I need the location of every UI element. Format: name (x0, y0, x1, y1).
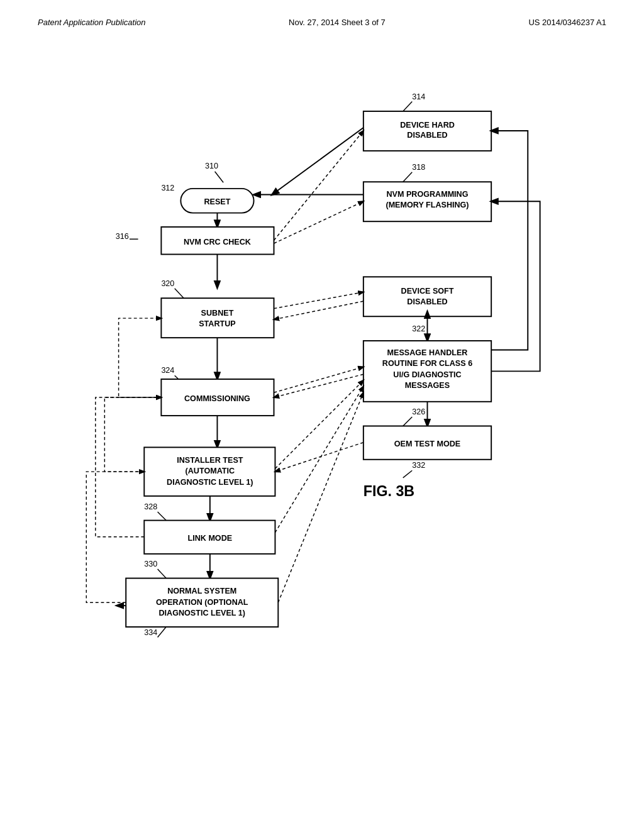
header-publication-label: Patent Application Publication (38, 18, 146, 27)
ref-330: 330 (144, 560, 157, 568)
svg-line-20 (274, 201, 364, 243)
svg-line-23 (274, 292, 364, 309)
label-installer-test-2: (AUTOMATIC (186, 467, 235, 475)
label-msg-handler-4: MESSAGES (405, 381, 450, 390)
label-msg-handler-3: UI/G DIAGNOSTIC (393, 370, 461, 379)
svg-line-10 (403, 417, 413, 426)
ref-324: 324 (161, 366, 174, 375)
svg-line-29 (275, 387, 363, 533)
label-installer-test-1: INSTALLER TEST (177, 456, 243, 465)
label-msg-handler-2: ROUTINE FOR CLASS 6 (382, 359, 472, 368)
ref-320: 320 (161, 279, 174, 288)
page-header: Patent Application Publication Nov. 27, … (0, 0, 644, 33)
ref-314: 314 (412, 92, 425, 101)
svg-line-22 (272, 128, 364, 195)
label-reset: RESET (204, 198, 230, 207)
svg-line-16 (158, 569, 167, 578)
ref-328: 328 (144, 502, 157, 511)
label-device-hard-disabled-2: DISABLED (407, 131, 447, 140)
label-subnet-startup-2: STARTUP (199, 319, 235, 328)
svg-line-0 (403, 101, 413, 111)
svg-line-6 (175, 289, 184, 298)
label-normal-system-2: OPERATION (OPTIONAL (156, 598, 248, 607)
svg-line-12 (403, 470, 413, 478)
ref-322: 322 (412, 324, 425, 333)
label-nvm-crc-check: NVM CRC CHECK (184, 238, 251, 246)
header-patent-number: US 2014/0346237 A1 (528, 18, 606, 27)
svg-line-14 (158, 512, 167, 521)
svg-line-28 (275, 443, 363, 472)
label-normal-system-3: DIAGNOSTIC LEVEL 1) (159, 609, 245, 617)
label-nvm-programming-2: (MEMORY FLASHING) (386, 201, 469, 209)
svg-line-1 (403, 172, 413, 182)
svg-line-18 (158, 627, 167, 637)
ref-316: 316 (116, 232, 129, 241)
header-date-sheet: Nov. 27, 2014 Sheet 3 of 7 (289, 18, 386, 27)
ref-318: 318 (412, 163, 425, 172)
diagram-area: 314 DEVICE HARD DISABLED 318 NVM PROGRAM… (0, 33, 644, 800)
svg-line-19 (274, 131, 364, 240)
label-oem-test-mode: OEM TEST MODE (394, 440, 461, 448)
ref-334: 334 (144, 628, 157, 637)
svg-line-31 (278, 392, 364, 602)
label-normal-system-1: NORMAL SYSTEM (167, 587, 236, 595)
label-installer-test-3: DIAGNOSTIC LEVEL 1) (167, 478, 253, 487)
label-link-mode: LINK MODE (188, 534, 233, 543)
box-subnet-startup (161, 298, 274, 338)
ref-310: 310 (205, 162, 218, 170)
ref-332: 332 (412, 461, 425, 470)
svg-line-25 (274, 367, 364, 393)
page: Patent Application Publication Nov. 27, … (0, 0, 644, 830)
label-device-soft-disabled: DEVICE SOFT (401, 287, 454, 296)
label-device-soft-disabled-2: DISABLED (407, 297, 447, 306)
box-device-soft-disabled (364, 277, 491, 316)
label-subnet-startup: SUBNET (201, 309, 234, 318)
flowchart-svg: 314 DEVICE HARD DISABLED 318 NVM PROGRAM… (0, 33, 644, 800)
figure-label: FIG. 3B (364, 483, 414, 499)
label-commissioning: COMMISSIONING (184, 394, 250, 403)
label-nvm-programming: NVM PROGRAMMING (387, 190, 469, 199)
svg-line-2 (215, 172, 224, 182)
ref-312: 312 (161, 184, 174, 192)
label-device-hard-disabled: DEVICE HARD (400, 121, 455, 130)
label-msg-handler-1: MESSAGE HANDLER (387, 348, 468, 357)
svg-line-24 (274, 301, 364, 319)
ref-326: 326 (412, 407, 425, 416)
